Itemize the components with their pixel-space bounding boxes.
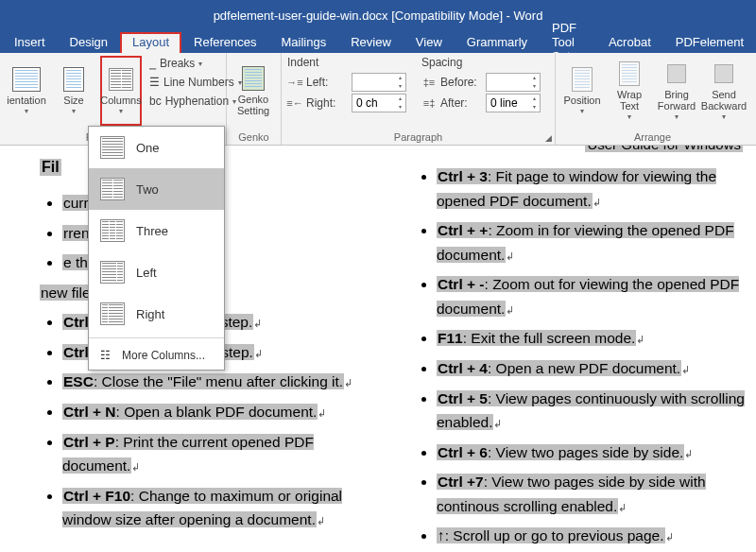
- list-item: Ctrl + -: Zoom out for viewing the opene…: [437, 272, 745, 320]
- right-column-icon: [100, 302, 125, 325]
- group-label-genko: Genko: [232, 131, 275, 143]
- line-numbers-label: Line Numbers: [163, 76, 234, 89]
- breaks-button[interactable]: ⎯Breaks▾: [147, 56, 244, 71]
- size-icon: [59, 66, 89, 93]
- dd-label: Two: [136, 182, 159, 197]
- wrap-text-button[interactable]: Wrap Text▾: [609, 56, 650, 126]
- wrap-text-icon: [614, 60, 644, 87]
- tab-design[interactable]: Design: [58, 32, 120, 52]
- columns-icon: [106, 66, 136, 93]
- more-columns-icon: ☷: [100, 349, 111, 362]
- wrap-label: Wrap Text: [617, 89, 642, 112]
- chevron-down-icon: ▾: [72, 107, 76, 115]
- more-columns-button[interactable]: ☷More Columns...: [89, 341, 224, 370]
- dd-label: Right: [136, 307, 164, 321]
- list-item: Ctrl + 6: View two pages side by side.↲: [437, 440, 745, 465]
- position-label: Position: [563, 95, 600, 106]
- list-item: Ctrl + F10: Change to maximum or origina…: [62, 484, 361, 532]
- group-label-arrange: Arrange: [561, 131, 744, 143]
- send-backward-icon: [709, 60, 739, 87]
- columns-option-three[interactable]: Three: [89, 210, 224, 251]
- indent-left-input[interactable]: ▴▾: [352, 73, 406, 92]
- window-titlebar: pdfelement-user-guide-win.docx [Compatib…: [0, 0, 756, 30]
- list-item: Ctrl +7: View two pages side by side wit…: [437, 470, 745, 518]
- line-numbers-button[interactable]: ☰Line Numbers▾: [147, 75, 244, 90]
- doc-header: User Guide for Windows: [585, 146, 743, 152]
- dd-label: One: [136, 141, 160, 155]
- orientation-button[interactable]: ientation ▾: [6, 56, 47, 126]
- file-header: Fil: [40, 159, 61, 176]
- columns-option-right[interactable]: Right: [89, 293, 224, 335]
- indent-right-input[interactable]: 0 ch▴▾: [352, 94, 406, 112]
- columns-label: Columns: [100, 95, 141, 106]
- tab-acrobat[interactable]: Acrobat: [596, 32, 663, 52]
- send-backward-button[interactable]: Send Backward▾: [703, 56, 745, 126]
- after-label: After:: [440, 96, 482, 110]
- tab-insert[interactable]: Insert: [2, 32, 58, 52]
- spacing-before-input[interactable]: ▴▾: [486, 73, 541, 92]
- line-numbers-icon: ☰: [149, 76, 160, 89]
- left-label: Left:: [306, 76, 348, 89]
- list-item: Ctrl + 3: Fit page to window for viewing…: [437, 164, 745, 213]
- breaks-icon: ⎯: [149, 57, 156, 70]
- dialog-launcher-icon[interactable]: ◢: [545, 133, 552, 143]
- tab-view[interactable]: View: [404, 32, 455, 52]
- dd-label: Three: [136, 224, 168, 238]
- genko-icon: [238, 65, 268, 92]
- chevron-down-icon: ▾: [25, 107, 28, 115]
- list-item: Ctrl + P: Print the current opened PDF d…: [62, 430, 361, 478]
- right-label: Right:: [306, 96, 348, 110]
- breaks-label: Breaks: [160, 57, 195, 70]
- bring-label: Bring Forward: [658, 89, 696, 112]
- before-label: Before:: [440, 76, 482, 89]
- position-icon: [567, 66, 597, 93]
- bring-forward-icon: [662, 60, 692, 87]
- hyphenation-button[interactable]: bcHyphenation▾: [147, 94, 244, 109]
- tab-layout[interactable]: Layout: [120, 32, 181, 53]
- list-item: Ctrl + 5: View pages continuously with s…: [437, 387, 745, 435]
- hyphenation-icon: bc: [149, 95, 162, 108]
- spacing-after-icon: ≡‡: [421, 95, 437, 111]
- columns-dropdown: One Two Three Left Right ☷More Columns..…: [88, 126, 225, 371]
- indent-header: Indent: [287, 56, 406, 69]
- columns-option-one[interactable]: One: [89, 127, 224, 168]
- hyphenation-label: Hyphenation: [165, 95, 229, 108]
- dd-label: Left: [136, 266, 157, 280]
- window-title: pdfelement-user-guide-win.docx [Compatib…: [214, 9, 543, 23]
- list-item: F11: Exit the full screen mode.↲: [437, 326, 745, 351]
- send-label: Send Backward: [701, 89, 747, 112]
- list-item: ↑: Scroll up or go to previous page.↲: [437, 524, 745, 548]
- group-arrange: Position▾ Wrap Text▾ Bring Forward▾ Send…: [556, 53, 749, 145]
- shortcut-list-right: Ctrl + 3: Fit page to window for viewing…: [414, 164, 745, 552]
- columns-option-two[interactable]: Two: [89, 168, 224, 210]
- spacing-after-input[interactable]: 0 line▴▾: [486, 94, 541, 112]
- tab-grammarly[interactable]: Grammarly: [455, 32, 540, 52]
- three-column-icon: [100, 219, 125, 242]
- tab-references[interactable]: References: [181, 32, 268, 52]
- bring-forward-button[interactable]: Bring Forward▾: [656, 56, 697, 126]
- dropdown-separator: [89, 337, 224, 338]
- tab-review[interactable]: Review: [338, 32, 404, 52]
- spacing-header: Spacing: [421, 56, 541, 69]
- group-paragraph: Indent →≡Left:▴▾ ≡←Right:0 ch▴▾ Spacing …: [282, 53, 556, 145]
- left-column-icon: [100, 261, 125, 284]
- columns-option-left[interactable]: Left: [89, 251, 224, 293]
- one-column-icon: [100, 136, 125, 159]
- orientation-label: ientation: [7, 95, 46, 106]
- tab-pdfelement[interactable]: PDFelement: [663, 32, 756, 52]
- columns-button[interactable]: Columns ▾: [100, 56, 142, 126]
- list-item: Ctrl + 4: Open a new PDF document.↲: [437, 356, 745, 381]
- list-item: Ctrl + N: Open a blank PDF document.↲: [62, 400, 361, 424]
- dd-label: More Columns...: [122, 349, 205, 362]
- tab-mailings[interactable]: Mailings: [269, 32, 339, 52]
- two-column-icon: [100, 178, 125, 200]
- ribbon-tabs: Insert Design Layout References Mailings…: [0, 30, 756, 53]
- size-label: Size: [63, 95, 83, 106]
- indent-right-icon: ≡←: [287, 95, 302, 111]
- list-item: ESC: Close the "File" menu after clickin…: [62, 370, 361, 394]
- size-button[interactable]: Size ▾: [53, 56, 94, 126]
- spacing-before-icon: ‡≡: [421, 75, 437, 90]
- position-button[interactable]: Position▾: [561, 56, 603, 126]
- list-item: Ctrl + +: Zoom in for viewing the opened…: [437, 218, 745, 267]
- chevron-down-icon: ▾: [119, 107, 123, 115]
